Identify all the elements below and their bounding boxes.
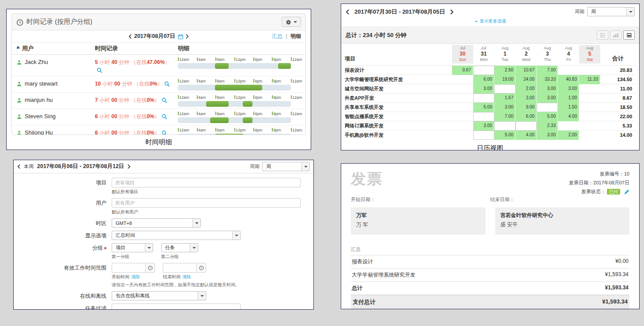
- next-week-button[interactable]: [128, 164, 131, 169]
- timeline-segment: [278, 63, 291, 69]
- first-group-help: 第一分组: [112, 254, 153, 260]
- start-time-clear-link[interactable]: 清除: [131, 274, 140, 279]
- caret-down-icon: [192, 219, 200, 227]
- first-group-value: 项目: [116, 244, 125, 251]
- start-time-clock-button[interactable]: [145, 263, 155, 273]
- display-field-label: 显示选项: [14, 231, 112, 240]
- invoice-meta: 发票编号：10 发票日期：2017年08月07日 发票状态： 已付: [569, 170, 629, 196]
- second-group-select[interactable]: 任务: [161, 243, 198, 252]
- empty-cell: [579, 84, 600, 94]
- row-total: 20.83: [600, 67, 636, 73]
- hours-cell: 6.00: [516, 112, 537, 121]
- search-icon[interactable]: [162, 97, 167, 103]
- project-field-label: 项目: [14, 178, 112, 195]
- time-record: 6 小时 00 分钟 （在线0%）: [95, 111, 178, 123]
- line-amount: ¥1,593.34: [605, 285, 629, 292]
- empty-cell: [452, 121, 473, 131]
- calendar-row: 智能点播系统开发7.006.005.004.0022.00: [345, 112, 636, 121]
- calendar-table: 项目Jul30SunJul31MonAug1TueAug2WedAug3ThuA…: [341, 44, 639, 142]
- period-value: 周: [591, 8, 596, 15]
- user-input[interactable]: [112, 198, 301, 208]
- search-icon[interactable]: [162, 113, 167, 120]
- timezone-select[interactable]: GMT+8: [112, 218, 201, 228]
- summary-label: 汇总: [351, 246, 629, 255]
- end-time-clear-link[interactable]: 清除: [182, 274, 191, 279]
- col-user[interactable]: 用户: [22, 45, 34, 52]
- caret-down-icon: [294, 21, 297, 23]
- line-amount: ¥1,593.34: [602, 298, 628, 306]
- prev-week-button[interactable]: [17, 164, 20, 169]
- project-input[interactable]: [112, 178, 301, 187]
- period-select[interactable]: 周: [587, 7, 635, 16]
- timeline-segment: [243, 101, 252, 107]
- hours-cell: 11.33: [579, 75, 600, 84]
- invoice-line: 总计¥1,593.34: [351, 281, 629, 295]
- online-offline-select[interactable]: 包含在线和离线: [112, 291, 206, 300]
- empty-cell: [494, 84, 516, 94]
- edit-icon[interactable]: [624, 189, 629, 194]
- timeline-segment: [215, 134, 244, 135]
- from-contact: 万 军: [356, 221, 480, 229]
- detail-view-link[interactable]: 明细: [290, 33, 301, 39]
- day-header: Jul30Sun: [452, 45, 473, 64]
- search-icon[interactable]: [97, 67, 102, 73]
- end-time-clock-button[interactable]: [196, 263, 206, 273]
- hours-cell: 3.00: [516, 94, 537, 103]
- time-record: 6 小时 00 分钟 （在线0%）: [95, 127, 178, 135]
- calendar-row: 外卖APP开发1.673.003.001.008.67: [345, 93, 636, 102]
- caret-down-icon: [475, 21, 477, 22]
- table-row: Steven Sing6 小时 00 分钟 （在线0%）12am4am8am12…: [12, 109, 305, 125]
- empty-cell: [473, 94, 494, 103]
- prev-day-button[interactable]: [128, 34, 132, 39]
- display-option-value: 汇总时间: [116, 232, 135, 239]
- empty-cell: [473, 66, 494, 75]
- divider: |: [286, 33, 287, 39]
- day-header: Jul31Mon: [473, 45, 494, 64]
- timeline-segment: [215, 85, 262, 90]
- hours-cell: 5.00: [473, 103, 494, 112]
- person-icon: [16, 129, 22, 135]
- invoice-date: 2017年08月07日: [593, 180, 629, 185]
- end-time-input[interactable]: [163, 263, 196, 273]
- summary-view-link[interactable]: 汇总: [272, 33, 282, 39]
- empty-cell: [452, 94, 473, 103]
- search-icon[interactable]: [162, 130, 167, 135]
- panel-report-options: 本周 2017年08月06日 - 2017年08月12日 周期 周 项目 默认: [13, 160, 314, 310]
- calendar-row: 共享单车系统开发5.003.009.001.5018.50: [345, 102, 636, 112]
- start-time-help: 开始时间: [112, 274, 129, 279]
- settings-button[interactable]: [282, 17, 301, 27]
- empty-cell: [473, 131, 494, 140]
- row-total: 14.00: [600, 132, 636, 138]
- line-label: 大学学籍管理系统研究开发: [352, 271, 415, 279]
- time-card-header: 时间记录 (按用户分组): [12, 14, 305, 30]
- prev-week-button[interactable]: [346, 9, 349, 15]
- hours-cell: 0.67: [452, 66, 473, 75]
- next-week-button[interactable]: [450, 9, 454, 15]
- line-label: 报表设计: [352, 258, 373, 266]
- timeline-cell: 12am4am8am12pm4pm8pm12am: [178, 79, 301, 90]
- row-total: 18.50: [600, 105, 636, 110]
- hours-cell: 1.50: [558, 103, 579, 112]
- calendar-view-button[interactable]: [623, 30, 635, 40]
- list-view-button[interactable]: [597, 30, 608, 40]
- first-group-select[interactable]: 项目: [112, 243, 153, 252]
- hours-cell: 2.33: [537, 121, 558, 131]
- user-cell: Steven Sing: [16, 111, 95, 123]
- person-icon: [16, 59, 22, 65]
- user-name: mianjun hu: [25, 97, 53, 103]
- caption-time-detail: 时间明细: [7, 136, 311, 150]
- search-icon[interactable]: [164, 81, 170, 87]
- chart-view-button[interactable]: [610, 30, 621, 40]
- task-filter-input[interactable]: [112, 304, 241, 310]
- timeline-track: [178, 85, 291, 90]
- hours-cell: 5.00: [494, 131, 516, 140]
- show-more-options-link[interactable]: 显示更多选项: [341, 18, 639, 27]
- start-time-input[interactable]: [112, 263, 145, 273]
- period-select[interactable]: 周: [262, 162, 310, 171]
- display-option-select[interactable]: 汇总时间: [112, 231, 241, 240]
- empty-cell: [452, 112, 473, 121]
- online-offline-value: 包含在线和离线: [116, 292, 150, 299]
- project-name: 智能点播系统开发: [345, 113, 452, 120]
- calendar-icon[interactable]: [178, 34, 183, 40]
- next-day-button[interactable]: [186, 34, 189, 39]
